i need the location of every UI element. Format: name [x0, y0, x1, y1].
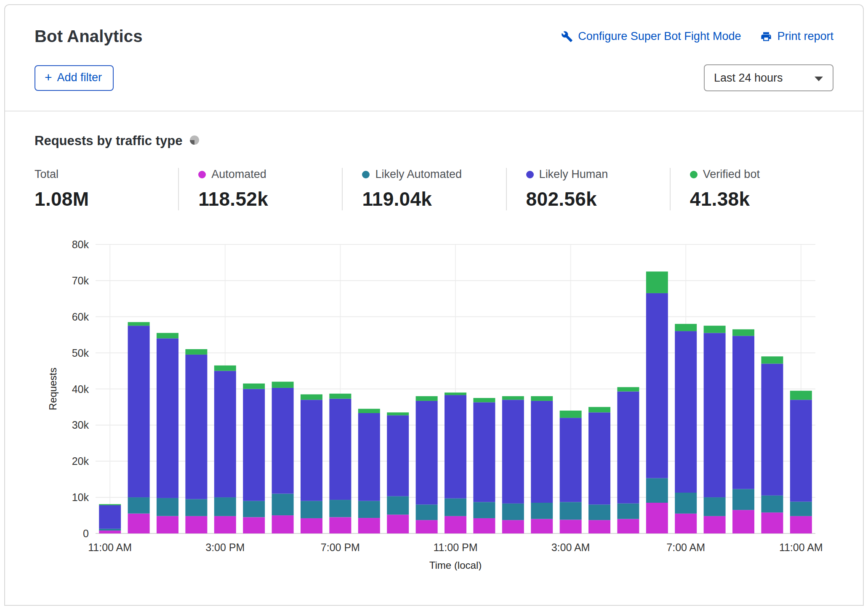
bar-segment [560, 520, 582, 533]
bar-segment [646, 478, 668, 503]
stat-verified-bot: Verified bot 41.38k [670, 168, 833, 210]
bar-segment [732, 510, 754, 533]
bar-segment [243, 501, 265, 517]
bar-segment [416, 520, 438, 533]
bar-segment [617, 519, 639, 533]
bar-segment [560, 411, 582, 418]
bar-segment [675, 324, 697, 331]
requests-by-traffic-type-chart: 010k20k30k40k50k60k70k80k11:00 AM3:00 PM… [35, 234, 833, 572]
bar-segment [301, 501, 322, 518]
page-title: Bot Analytics [35, 27, 143, 46]
y-tick-label: 0 [83, 528, 89, 539]
bar-segment [473, 402, 495, 502]
bar-segment [387, 412, 409, 415]
bar-segment [473, 502, 495, 518]
stat-label: Total [35, 168, 59, 181]
bar-segment [732, 336, 754, 489]
add-filter-button[interactable]: + Add filter [35, 65, 114, 91]
y-axis-title: Requests [47, 368, 59, 410]
bar-segment [761, 363, 783, 495]
bar-segment [790, 501, 812, 516]
bar-segment [272, 388, 294, 494]
bar-segment [531, 396, 553, 401]
bar-segment [329, 517, 351, 533]
stat-likely-automated: Likely Automated 119.04k [342, 168, 506, 210]
bar-segment [560, 418, 582, 502]
x-tick-label: 11:00 AM [88, 541, 132, 553]
bar-segment [502, 400, 524, 504]
bar-segment [128, 514, 150, 533]
stat-automated: Automated 118.52k [178, 168, 342, 210]
y-tick-label: 30k [72, 419, 89, 431]
time-range-select[interactable]: Last 24 hours [704, 64, 833, 91]
bar-segment [531, 519, 553, 533]
bar-segment [157, 333, 178, 338]
bar-segment [588, 407, 610, 412]
bar-segment [185, 499, 207, 516]
bar-segment [214, 497, 236, 516]
bar-segment [704, 326, 726, 333]
bar-segment [560, 502, 582, 520]
bar-segment [358, 518, 380, 533]
bar-segment [704, 333, 726, 497]
stat-value: 1.08M [35, 188, 178, 210]
stat-value: 119.04k [362, 188, 506, 210]
likely-automated-legend-dot [362, 171, 370, 178]
bar-segment [329, 399, 351, 500]
bar-segment [473, 398, 495, 402]
stat-label: Likely Human [539, 168, 608, 181]
bar-segment [732, 489, 754, 510]
y-tick-label: 40k [72, 383, 89, 395]
bar-segment [243, 389, 265, 501]
bar-segment [531, 503, 553, 519]
bar-segment [99, 529, 121, 530]
section-title: Requests by traffic type [35, 133, 182, 149]
bar-segment [214, 371, 236, 498]
bar-segment [445, 516, 466, 533]
y-tick-label: 70k [72, 275, 89, 286]
bar-segment [99, 530, 121, 533]
bar-segment [128, 326, 150, 497]
bar-segment [675, 514, 697, 533]
bar-segment [128, 497, 150, 514]
y-tick-label: 60k [72, 311, 89, 323]
bar-segment [329, 394, 351, 399]
x-tick-label: 3:00 AM [551, 541, 590, 553]
likely-human-legend-dot [526, 171, 534, 178]
bar-segment [157, 516, 178, 533]
bar-segment [445, 499, 466, 516]
bar-segment [416, 401, 438, 505]
bar-segment [445, 395, 466, 499]
bar-segment [502, 520, 524, 533]
print-report-link[interactable]: Print report [760, 30, 833, 43]
chevron-down-icon [814, 72, 823, 85]
stat-likely-human: Likely Human 802.56k [506, 168, 670, 210]
configure-super-bot-fight-mode-link[interactable]: Configure Super Bot Fight Mode [561, 30, 741, 43]
x-axis-title: Time (local) [429, 560, 482, 570]
bar-segment [185, 349, 207, 355]
bar-segment [761, 512, 783, 533]
bar-segment [387, 415, 409, 496]
bar-segment [99, 504, 121, 505]
bar-segment [214, 516, 236, 533]
stat-label: Likely Automated [375, 168, 462, 181]
bar-segment [329, 500, 351, 517]
bar-segment [387, 496, 409, 515]
x-tick-label: 3:00 PM [205, 541, 245, 553]
wrench-icon [561, 31, 573, 42]
verified-bot-legend-dot [690, 171, 698, 178]
bar-segment [272, 494, 294, 516]
bar-segment [128, 322, 150, 326]
bar-segment [588, 412, 610, 504]
bar-segment [387, 515, 409, 533]
bar-segment [790, 400, 812, 501]
stat-label: Verified bot [703, 168, 760, 181]
configure-link-label: Configure Super Bot Fight Mode [578, 30, 741, 43]
bar-segment [617, 504, 639, 519]
bar-segment [588, 504, 610, 520]
bar-segment [358, 501, 380, 518]
bar-segment [675, 331, 697, 493]
y-tick-label: 20k [72, 455, 89, 467]
bar-segment [157, 338, 178, 498]
bar-segment [272, 515, 294, 533]
